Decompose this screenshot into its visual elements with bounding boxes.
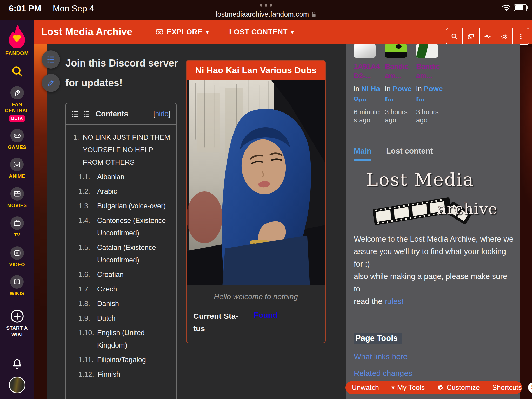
- edit-fab-button[interactable]: [42, 74, 60, 92]
- right-rail: 1A91A4D2-... Bandicam... Bandicam... in …: [346, 44, 520, 399]
- file-link[interactable]: Bandicam...: [416, 62, 440, 80]
- sidebar-item-games[interactable]: GAMES: [8, 129, 26, 150]
- discussions-icon: [467, 33, 475, 40]
- wiki-title-link[interactable]: Lost Media Archive: [41, 26, 132, 37]
- search-button[interactable]: [446, 28, 463, 45]
- status-value-link[interactable]: Found: [254, 310, 278, 320]
- open-book-icon: [13, 278, 21, 286]
- sun-icon: [501, 33, 508, 40]
- bullet-list-icon: [72, 110, 79, 118]
- close-icon: ✕: [528, 382, 532, 393]
- toc-fab-button[interactable]: [42, 50, 60, 69]
- infobox: Ni Hao Kai Lan Various Dubs: [186, 60, 326, 343]
- toc-entry[interactable]: 1. NO LINK JUST FIND THEM YOURSELF NO HE…: [73, 131, 171, 169]
- recent-image-thumbnail[interactable]: [416, 44, 438, 58]
- shortcuts-button[interactable]: Shortcuts: [486, 381, 528, 394]
- discussions-button[interactable]: [462, 28, 480, 45]
- user-avatar[interactable]: [9, 377, 25, 393]
- infobox-caption: Hello welcome to nothing: [187, 292, 325, 301]
- my-tools-button[interactable]: ▾ My Tools: [385, 381, 431, 394]
- notifications-bell-icon[interactable]: [11, 358, 23, 370]
- logo-text-main: Lost Media: [366, 169, 474, 190]
- table-of-contents: Contents [hide] 1. NO LINK JUST FIND THE…: [65, 103, 177, 399]
- tab-lost-content[interactable]: Lost content: [386, 147, 433, 161]
- sidebar-item-video[interactable]: VIDEO: [9, 246, 25, 268]
- recent-image-thumbnail[interactable]: [385, 44, 407, 58]
- beta-badge: BETA: [9, 115, 25, 122]
- toc-sublist: 1.1. Albanian 1.2. Arabic 1.3. Bulgarian…: [66, 171, 176, 381]
- wiki-navbar: Lost Media Archive EXPLORE ▾ LOST CONTEN…: [34, 20, 532, 44]
- explore-menu[interactable]: EXPLORE ▾: [155, 28, 209, 36]
- file-link[interactable]: 1A91A4D2-...: [354, 62, 380, 80]
- theme-button[interactable]: [496, 28, 513, 45]
- file-link[interactable]: Bandicam...: [385, 62, 408, 80]
- toc-entry[interactable]: 1.12. Finnish: [73, 368, 171, 381]
- toc-entry[interactable]: 1.10. English (United Kingdom): [73, 327, 171, 351]
- related-changes-link[interactable]: Related changes: [354, 369, 520, 378]
- toc-entry[interactable]: 1.4. Cantonese (Existence Unconfirmed): [73, 214, 171, 239]
- pencil-icon: [47, 79, 55, 87]
- wifi-icon: [502, 4, 511, 11]
- plus-circle-icon: [10, 309, 24, 323]
- what-links-here-link[interactable]: What links here: [354, 352, 520, 361]
- toc-title: Contents: [96, 110, 128, 118]
- toc-hide-toggle[interactable]: [hide]: [153, 110, 170, 118]
- infobox-photo[interactable]: [187, 80, 325, 285]
- rail-tabs: Main Lost content: [354, 147, 512, 161]
- fandom-logo[interactable]: FANDOM: [5, 24, 29, 56]
- customize-button[interactable]: Customize: [431, 381, 486, 394]
- site-notice: Join this Discord server for updates!: [65, 53, 190, 93]
- toc-entry[interactable]: 1.2. Arabic: [73, 185, 171, 198]
- rules-link[interactable]: rules!: [384, 297, 403, 305]
- fandom-wordmark: FANDOM: [5, 50, 29, 56]
- theme-background: [34, 44, 47, 399]
- logo-text-sub: archive: [437, 200, 498, 218]
- lost-content-menu[interactable]: LOST CONTENT ▾: [229, 28, 294, 36]
- toc-entry[interactable]: 1.5. Catalan (Existence Unconfirmed): [73, 241, 171, 266]
- global-search-icon[interactable]: [11, 65, 23, 77]
- sidebar-item-fan-central[interactable]: FAN CENTRAL BETA: [5, 86, 29, 122]
- chevron-down-icon: ▾: [206, 29, 209, 35]
- sidebar-item-anime[interactable]: ANIME: [9, 158, 25, 179]
- start-a-wiki-button[interactable]: START A WIKI: [6, 309, 28, 337]
- more-menu-button[interactable]: [512, 28, 529, 45]
- clock: 6:01 PM: [9, 4, 41, 14]
- video-play-icon: [13, 249, 21, 257]
- toc-entry[interactable]: 1.7. Czech: [73, 283, 171, 295]
- toc-entry[interactable]: 1.6. Croatian: [73, 268, 171, 281]
- recent-image-thumbnail[interactable]: [354, 44, 376, 58]
- toc-entry[interactable]: 1.8. Danish: [73, 297, 171, 310]
- activity-button[interactable]: [479, 28, 496, 45]
- sidebar-item-movies[interactable]: MOVIES: [7, 187, 27, 209]
- welcome-text: Welcome to the Lost Media Archive, where…: [354, 233, 515, 308]
- address-bar[interactable]: lostmediaarchive.fandom.com: [216, 10, 316, 18]
- battery-icon: [514, 4, 527, 11]
- toc-entry[interactable]: 1.9. Dutch: [73, 312, 171, 324]
- page-tools-title: Page Tools: [354, 332, 402, 344]
- status-label: Current Sta- tus: [193, 310, 241, 335]
- global-sidebar: FANDOM FAN CENTRAL BETA GAMES ANIME MOVI…: [0, 20, 34, 399]
- recent-images: [354, 44, 520, 58]
- close-quickbar-button[interactable]: ✕: [528, 381, 532, 394]
- sidebar-item-wikis[interactable]: WIKIS: [10, 275, 24, 297]
- toc-entry[interactable]: 1.1. Albanian: [73, 171, 171, 183]
- toc-entry[interactable]: 1.3. Bulgarian (voice-over): [73, 200, 171, 212]
- rocket-icon: [14, 89, 21, 96]
- toc-entry[interactable]: 1.11. Filipino/Tagalog: [73, 354, 171, 366]
- recent-image-sources: in Ni Hao,... in Power... in Power...: [354, 81, 520, 103]
- status-bar: 6:01 PM Mon Sep 4 lostmediaarchive.fando…: [0, 0, 532, 20]
- sidebar-item-tv[interactable]: TV: [10, 216, 24, 238]
- numbered-list-icon: [83, 110, 91, 118]
- gear-icon: [437, 384, 444, 391]
- timestamp: 6 minutes ago: [354, 108, 381, 124]
- unwatch-button[interactable]: Unwatch: [345, 381, 385, 394]
- timestamp: 3 hours ago: [416, 108, 443, 124]
- gamepad-icon: [13, 132, 21, 139]
- chevron-down-icon: ▾: [291, 29, 294, 35]
- clapperboard-icon: [13, 190, 21, 198]
- tab-main[interactable]: Main: [354, 147, 371, 161]
- infobox-status-row: Current Sta- tus Found: [187, 301, 325, 343]
- timestamp: 3 hours ago: [385, 108, 412, 124]
- divider: [354, 136, 512, 136]
- lock-icon: [311, 11, 316, 18]
